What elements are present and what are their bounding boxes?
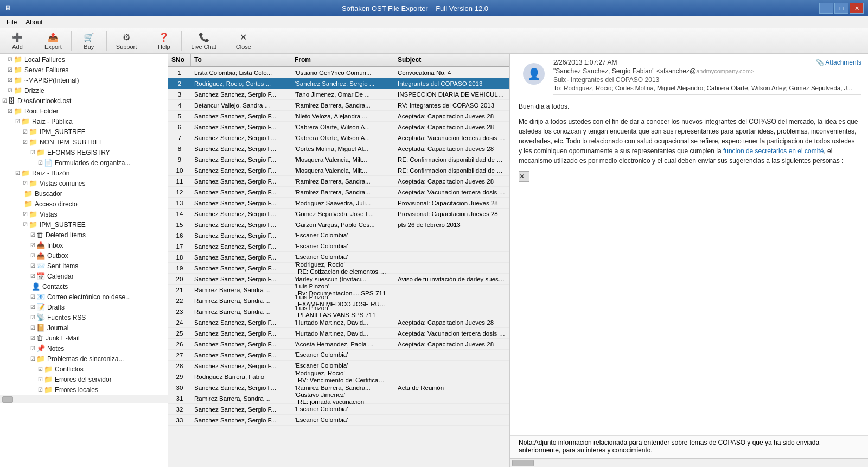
email-row[interactable]: 9 Sanchez Sanchez, Sergio F... 'Mosquera…	[168, 154, 509, 165]
close-window-button[interactable]: ✕	[850, 3, 864, 14]
help-button[interactable]: ❓ Help	[150, 30, 178, 52]
email-subject: INSPECCION DIARIA DE VEHICULOS	[394, 91, 509, 98]
minimize-button[interactable]: –	[819, 3, 833, 14]
email-row[interactable]: 29 Rodriguez Barrera, Fabio 'Rodriguez, …	[168, 371, 509, 382]
add-button[interactable]: ➕ Add	[3, 30, 31, 52]
sidebar-item-ost-file[interactable]: ☑ 🗄 D:\ost\outlookd.ost	[0, 96, 168, 106]
email-sno: 13	[168, 199, 191, 207]
sidebar-item-ipm-subtree[interactable]: ☑ 📁 IPM_SUBTREE	[0, 127, 168, 137]
email-to: Sanchez Sanchez, Sergio F...	[191, 362, 291, 370]
email-row[interactable]: 5 Sanchez Sanchez, Sergio F... 'Nieto Ve…	[168, 111, 509, 122]
preview-header-row: 👤 2/26/2013 1:07:27 AM 📎 Attachments "Sa…	[510, 54, 868, 95]
sidebar-item-vistas-comunes[interactable]: ☑ 📁 Vistas comunes	[0, 178, 168, 188]
email-row[interactable]: 6 Sanchez Sanchez, Sergio F... 'Cabrera …	[168, 122, 509, 132]
email-to: Sanchez Sanchez, Sergio F...	[191, 384, 291, 392]
preview-date: 2/26/2013 1:07:27 AM	[553, 59, 617, 66]
buy-icon: 🛒	[84, 32, 94, 42]
email-row[interactable]: 24 Sanchez Sanchez, Sergio F... 'Hurtado…	[168, 317, 509, 328]
sidebar-item-sent-items[interactable]: ☑ 📨 Sent Items	[0, 261, 168, 271]
sidebar-item-label: EFORMS REGISTRY	[47, 149, 110, 156]
email-row[interactable]: 10 Sanchez Sanchez, Sergio F... 'Mosquer…	[168, 165, 509, 176]
email-row[interactable]: 3 Sanchez Sanchez, Sergio F... 'Tano Jim…	[168, 89, 509, 100]
email-row[interactable]: 23 Ramirez Barrera, Sandra ... 'Luis Pin…	[168, 306, 509, 317]
email-row[interactable]: 19 Sanchez Sanchez, Sergio F... 'Rodrigu…	[168, 263, 509, 274]
email-row[interactable]: 32 Sanchez Sanchez, Sergio F... 'Escaner…	[168, 404, 509, 415]
sidebar-scroll-thumb[interactable]	[2, 396, 13, 403]
col-header-to[interactable]: To	[191, 54, 291, 66]
email-row[interactable]: 26 Sanchez Sanchez, Sergio F... 'Acosta …	[168, 339, 509, 350]
sidebar-item-deleted-items[interactable]: ☑ 🗑 Deleted Items	[0, 230, 168, 240]
email-row[interactable]: 4 Betancur Vallejo, Sandra ... 'Ramirez …	[168, 100, 509, 111]
email-row[interactable]: 33 Sanchez Sanchez, Sergio F... 'Escaner…	[168, 415, 509, 426]
sidebar-item-ipm-subtree2[interactable]: ☑ 📁 IPM_SUBTREE	[0, 219, 168, 230]
preview-hscroll-thumb[interactable]	[512, 460, 534, 466]
email-row[interactable]: 12 Sanchez Sanchez, Sergio F... 'Ramirez…	[168, 187, 509, 198]
sidebar-item-junk-email[interactable]: ☑ 🗑 Junk E-Mail	[0, 333, 168, 343]
sidebar-item-problemas-sincronia[interactable]: ☑ 📁 Problemas de sincroniza...	[0, 354, 168, 364]
sidebar-item-inbox[interactable]: ☑ 📥 Inbox	[0, 240, 168, 250]
export-button[interactable]: 📤 Export	[39, 30, 68, 52]
sidebar-folder-icon: 📧	[36, 293, 45, 301]
close-button[interactable]: ✕ Close	[229, 30, 258, 52]
col-header-sno[interactable]: SNo	[168, 54, 191, 66]
sidebar-item-buscador[interactable]: 📁 Buscador	[0, 188, 168, 199]
email-from: 'Usuario Gen?rico Comun...	[291, 69, 394, 77]
email-row[interactable]: 27 Sanchez Sanchez, Sergio F... 'Escaner…	[168, 350, 509, 361]
livechat-button[interactable]: 📞 Live Chat	[185, 30, 222, 52]
email-row[interactable]: 15 Sanchez Sanchez, Sergio F... 'Garzon …	[168, 219, 509, 230]
email-row[interactable]: 16 Sanchez Sanchez, Sergio F... 'Escaner…	[168, 230, 509, 241]
attachments-link[interactable]: 📎 Attachments	[816, 59, 861, 66]
email-row[interactable]: 2 Rodriguez, Rocio; Cortes ... 'Sanchez …	[168, 78, 509, 89]
sidebar-item-local-failures[interactable]: ☑ 📁 Local Failures	[0, 54, 168, 65]
email-to: Lista Colombia; Lista Colo...	[191, 69, 291, 77]
sidebar-item-errores-locales[interactable]: ☑ 📁 Errores locales	[0, 384, 168, 395]
buy-button[interactable]: 🛒 Buy	[75, 30, 103, 52]
sidebar-item-eforms-registry[interactable]: ☑ 📁 EFORMS REGISTRY	[0, 147, 168, 157]
email-from: 'Luis Pinzon' PLANILLAS VANS SPS 711	[291, 304, 394, 319]
sidebar-item-correo-no-deseado[interactable]: ☑ 📧 Correo electrónico no dese...	[0, 292, 168, 302]
support-button[interactable]: ⚙ Support	[110, 30, 143, 52]
col-header-subject[interactable]: Subject	[394, 54, 509, 66]
sidebar-item-server-failures[interactable]: ☑ 📁 Server Failures	[0, 65, 168, 75]
sidebar-item-journal[interactable]: ☑ 📔 Journal	[0, 323, 168, 333]
sidebar-item-raiz-publica[interactable]: ☑ 📁 Raíz - Pública	[0, 116, 168, 127]
sidebar-item-conflictos[interactable]: ☑ 📁 Conflictos	[0, 364, 168, 374]
sidebar-item-formularios[interactable]: ☑ 📄 Formularios de organiza...	[0, 157, 168, 168]
email-row[interactable]: 1 Lista Colombia; Lista Colo... 'Usuario…	[168, 67, 509, 78]
sidebar-item-fuentes-rss[interactable]: ☑ 📡 Fuentes RSS	[0, 312, 168, 323]
sidebar-item-acceso-directo[interactable]: 📁 Acceso directo	[0, 199, 168, 209]
email-row[interactable]: 11 Sanchez Sanchez, Sergio F... 'Ramirez…	[168, 176, 509, 187]
menu-file[interactable]: File	[2, 17, 21, 27]
sidebar-item-root-folder[interactable]: ☑ 📁 Root Folder	[0, 106, 168, 116]
sidebar-item-drizzle[interactable]: ☑ 📁 Drizzle	[0, 85, 168, 96]
email-sno: 2	[168, 80, 191, 87]
sidebar-scrollbar[interactable]	[0, 395, 168, 403]
sidebar-item-contacts[interactable]: 👤 Contacts	[0, 281, 168, 292]
preview-link[interactable]: funcion de secretarios en el comité	[723, 147, 824, 155]
sidebar-item-notes[interactable]: ☑ 📌 Notes	[0, 343, 168, 354]
email-row[interactable]: 8 Sanchez Sanchez, Sergio F... 'Cortes M…	[168, 143, 509, 154]
email-row[interactable]: 17 Sanchez Sanchez, Sergio F... 'Escaner…	[168, 241, 509, 252]
sidebar-item-non-ipm-subtree[interactable]: ☑ 📁 NON_IPM_SUBTREE	[0, 137, 168, 147]
menu-about[interactable]: About	[21, 17, 47, 27]
sidebar-item-drafts[interactable]: ☑ 📝 Drafts	[0, 302, 168, 312]
menu-bar: File About	[0, 16, 868, 28]
sidebar-item-mapisp[interactable]: ☑ 📁 ~MAPISP(Internal)	[0, 75, 168, 85]
preview-hscrollbar[interactable]	[510, 458, 868, 467]
email-row[interactable]: 31 Ramirez Barrera, Sandra ... 'Gustavo …	[168, 393, 509, 404]
sidebar-item-errores-servidor[interactable]: ☑ 📁 Errores del servidor	[0, 374, 168, 384]
maximize-button[interactable]: □	[834, 3, 848, 14]
sidebar-item-label: Errores del servidor	[55, 376, 112, 383]
email-row[interactable]: 13 Sanchez Sanchez, Sergio F... 'Rodrigu…	[168, 198, 509, 209]
sidebar-item-vistas[interactable]: ☑ 📁 Vistas	[0, 209, 168, 219]
email-row[interactable]: 25 Sanchez Sanchez, Sergio F... 'Hurtado…	[168, 328, 509, 339]
sidebar-item-raiz-buzon[interactable]: ☑ 📁 Raíz - Buzón	[0, 168, 168, 178]
email-row[interactable]: 7 Sanchez Sanchez, Sergio F... 'Cabrera …	[168, 132, 509, 143]
sidebar-item-outbox[interactable]: ☑ 📤 Outbox	[0, 250, 168, 261]
email-to: Sanchez Sanchez, Sergio F...	[191, 145, 291, 153]
col-header-from[interactable]: From	[291, 54, 394, 66]
email-row[interactable]: 14 Sanchez Sanchez, Sergio F... 'Gomez S…	[168, 209, 509, 219]
sidebar-folder-icon: 📁	[44, 365, 53, 373]
sidebar-item-calendar[interactable]: ☑ 📅 Calendar	[0, 271, 168, 281]
sidebar-folder-icon: 📁	[21, 169, 30, 177]
